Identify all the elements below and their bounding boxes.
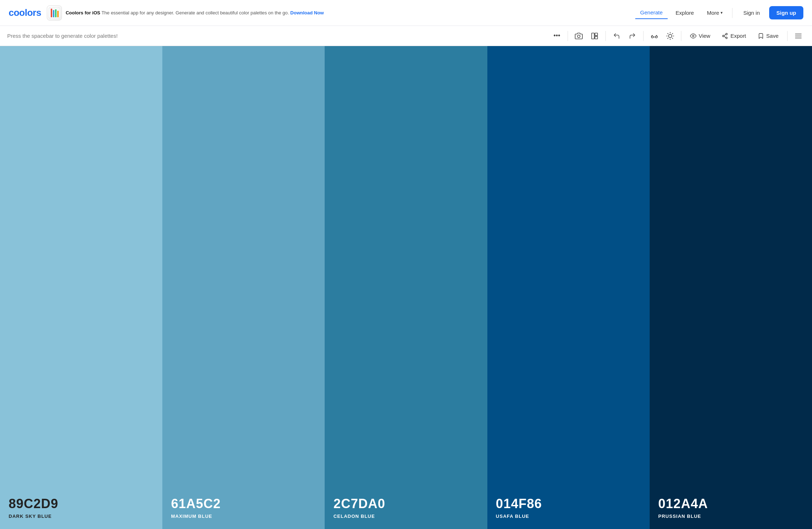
svg-line-25 — [724, 34, 726, 35]
top-banner: coolors Coolors for iOS The essential ap… — [0, 0, 812, 26]
color-name-2: Celadon Blue — [333, 514, 478, 519]
svg-rect-4 — [57, 11, 59, 17]
export-button[interactable]: Export — [717, 31, 750, 41]
undo-icon — [613, 32, 620, 40]
undo-button[interactable] — [610, 30, 623, 42]
layout-icon — [591, 32, 599, 40]
save-button[interactable]: Save — [753, 31, 783, 41]
color-name-0: Dark Sky Blue — [9, 514, 154, 519]
svg-rect-2 — [53, 10, 54, 17]
svg-line-18 — [668, 38, 668, 38]
ios-promo-text: Coolors for iOS The essential app for an… — [66, 9, 324, 17]
svg-rect-1 — [51, 9, 52, 17]
svg-line-15 — [672, 38, 673, 38]
chevron-down-icon: ▾ — [721, 10, 723, 15]
color-hex-4: 012A4A — [658, 496, 803, 511]
glasses-icon — [650, 32, 658, 40]
colorblind-button[interactable] — [648, 30, 661, 42]
toolbar-hint: Press the spacebar to generate color pal… — [7, 33, 547, 39]
bookmark-icon — [758, 33, 764, 39]
svg-rect-8 — [595, 36, 597, 39]
view-label: View — [699, 33, 710, 39]
color-palette: 89C2D9Dark Sky Blue61A5C2Maximum Blue2C7… — [0, 46, 812, 529]
color-name-3: USAFA Blue — [496, 514, 641, 519]
ios-download-link[interactable]: Download Now — [290, 10, 324, 15]
toolbar-sep-5 — [787, 31, 788, 41]
ios-promo: Coolors for iOS The essential app for an… — [47, 5, 324, 21]
nav-generate[interactable]: Generate — [635, 6, 668, 19]
hamburger-icon — [794, 32, 802, 40]
banner-left: coolors Coolors for iOS The essential ap… — [9, 5, 324, 21]
svg-line-24 — [724, 36, 726, 37]
ios-description: The essential app for any designer. Gene… — [102, 10, 290, 15]
hamburger-button[interactable] — [792, 30, 805, 42]
color-swatch-014f86[interactable]: 014F86USAFA Blue — [487, 46, 650, 529]
color-name-4: Prussian Blue — [658, 514, 803, 519]
color-swatch-2c7da0[interactable]: 2C7DA0Celadon Blue — [325, 46, 487, 529]
layout-button[interactable] — [588, 30, 601, 42]
nav-more[interactable]: More ▾ — [702, 7, 728, 19]
more-dots-icon: ••• — [554, 32, 560, 40]
signin-button[interactable]: Sign in — [737, 7, 766, 19]
toolbar-sep-1 — [568, 31, 568, 41]
view-button[interactable]: View — [686, 31, 714, 41]
toolbar-sep-4 — [681, 31, 681, 41]
ios-app-icon — [47, 5, 62, 21]
color-swatch-012a4a[interactable]: 012A4APrussian Blue — [650, 46, 812, 529]
color-swatch-89c2d9[interactable]: 89C2D9Dark Sky Blue — [0, 46, 162, 529]
color-name-1: Maximum Blue — [171, 514, 316, 519]
svg-rect-3 — [55, 9, 57, 17]
camera-button[interactable] — [572, 30, 585, 42]
color-swatch-61a5c2[interactable]: 61A5C2Maximum Blue — [162, 46, 325, 529]
svg-point-20 — [693, 35, 694, 37]
svg-line-14 — [668, 33, 668, 33]
export-icon — [722, 33, 728, 39]
toolbar: Press the spacebar to generate color pal… — [0, 26, 812, 46]
color-hex-2: 2C7DA0 — [333, 496, 478, 511]
svg-point-5 — [578, 35, 580, 37]
signup-button[interactable]: Sign up — [769, 6, 803, 19]
color-hex-0: 89C2D9 — [9, 496, 154, 511]
svg-line-19 — [672, 33, 673, 33]
logo-text: coolors — [9, 7, 41, 18]
redo-button[interactable] — [626, 30, 639, 42]
color-hex-3: 014F86 — [496, 496, 641, 511]
sun-icon — [666, 32, 674, 40]
save-label: Save — [766, 33, 779, 39]
color-hex-1: 61A5C2 — [171, 496, 316, 511]
eye-icon — [690, 33, 696, 39]
toolbar-sep-3 — [643, 31, 644, 41]
toolbar-sep-2 — [605, 31, 606, 41]
svg-rect-7 — [595, 33, 597, 35]
logo[interactable]: coolors — [9, 7, 41, 18]
more-options-button[interactable]: ••• — [550, 30, 563, 42]
svg-point-11 — [669, 34, 672, 37]
export-label: Export — [730, 33, 746, 39]
svg-rect-6 — [592, 33, 594, 39]
ios-title: Coolors for iOS — [66, 10, 100, 15]
contrast-button[interactable] — [664, 30, 677, 42]
nav-divider — [732, 8, 732, 18]
camera-icon — [575, 32, 583, 40]
redo-icon — [629, 32, 636, 40]
main-nav: Generate Explore More ▾ Sign in Sign up — [635, 6, 803, 19]
nav-explore[interactable]: Explore — [671, 7, 699, 19]
